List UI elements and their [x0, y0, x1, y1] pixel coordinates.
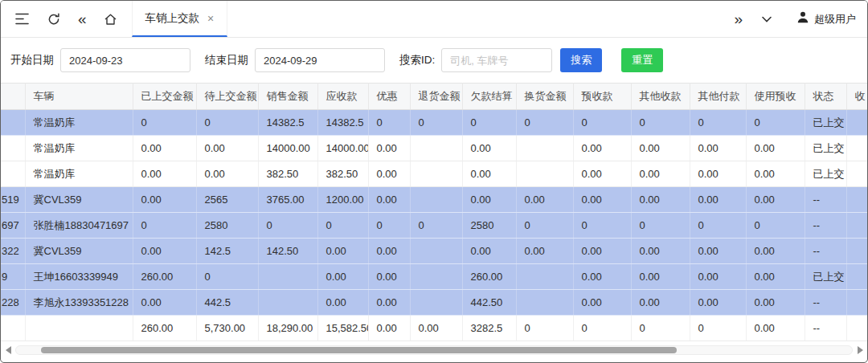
- cell: 0.00: [368, 161, 410, 187]
- table-row[interactable]: 228李旭永133933512280.00442.50.000.00442.50…: [1, 290, 867, 316]
- table-row[interactable]: 常温奶库0.000.0014000.0014000.000.000.000.00…: [1, 136, 867, 161]
- table-row[interactable]: 常温奶库0014382.514382.500000000已上交: [1, 110, 867, 136]
- cell: 0.00: [746, 290, 805, 316]
- cell: 0.00: [690, 239, 746, 264]
- cell: [516, 264, 573, 290]
- search-input[interactable]: [441, 48, 552, 72]
- cell: 0: [631, 213, 690, 239]
- cell: 0.00: [516, 239, 573, 264]
- cell: 0: [746, 110, 805, 136]
- reset-button[interactable]: 重置: [621, 48, 663, 72]
- menu-fold-icon[interactable]: [12, 10, 31, 29]
- cell: [410, 136, 462, 161]
- cell: 0: [516, 316, 573, 341]
- column-header: 退货金额: [410, 84, 462, 110]
- cell: 0.00: [133, 161, 196, 187]
- refresh-icon[interactable]: [44, 10, 63, 29]
- cell: 260.00: [462, 264, 516, 290]
- table-header-row: 车辆已上交金额待上交金额销售金额应收款优惠退货金额欠款结算换货金额预收款其他收款…: [1, 84, 867, 110]
- app-window: « 车销上交款 × » 超级用户 开始日期 结束日期 搜索ID: 搜索 重置: [0, 0, 868, 363]
- tab-close-icon[interactable]: ×: [207, 12, 214, 25]
- cell: 0.00: [462, 161, 516, 187]
- cell: 0: [573, 213, 631, 239]
- cell: [516, 136, 573, 161]
- cell: [410, 290, 462, 316]
- table-row[interactable]: 697张胜楠18830471697025800000258000000--: [1, 213, 867, 239]
- cell: 0: [690, 316, 746, 341]
- scroll-left-arrow-icon[interactable]: [3, 345, 13, 355]
- cell: 0.00: [573, 239, 631, 264]
- cell: 0.00: [368, 187, 410, 213]
- cell: 张胜楠18830471697: [25, 213, 133, 239]
- column-header: [1, 84, 25, 110]
- cell: 0: [690, 213, 746, 239]
- filter-bar: 开始日期 结束日期 搜索ID: 搜索 重置: [1, 38, 867, 83]
- cell: [516, 290, 573, 316]
- cell: [410, 239, 462, 264]
- table-row[interactable]: 常温奶库0.000.00382.50382.500.000.000.000.00…: [1, 161, 867, 187]
- table-row[interactable]: 322冀CVL3590.00142.5142.500.000.000.000.0…: [1, 239, 867, 264]
- cell: 0: [410, 110, 462, 136]
- cell: 0.00: [746, 264, 805, 290]
- cell: 0.00: [631, 187, 690, 213]
- column-header: 车辆: [25, 84, 133, 110]
- user-menu[interactable]: 超级用户: [797, 11, 856, 27]
- cell: [846, 239, 867, 264]
- cell: 已上交: [805, 161, 846, 187]
- chevron-down-icon[interactable]: [757, 10, 776, 29]
- cell: [846, 316, 867, 341]
- cell: 0.00: [133, 136, 196, 161]
- column-header: 其他收款: [631, 84, 690, 110]
- cell: 3282.5: [462, 316, 516, 341]
- start-date-label: 开始日期: [10, 53, 54, 67]
- cell: 0.00: [516, 187, 573, 213]
- double-left-chevron-icon[interactable]: «: [76, 11, 88, 27]
- user-label: 超级用户: [814, 12, 856, 27]
- home-icon[interactable]: [101, 10, 121, 29]
- start-date-input[interactable]: [60, 48, 190, 72]
- cell: 382.50: [258, 161, 317, 187]
- cell: 0.00: [746, 316, 805, 341]
- cell: 697: [1, 213, 25, 239]
- cell: 已上交: [805, 136, 846, 161]
- cell: 0.00: [690, 161, 746, 187]
- cell: 0: [631, 110, 690, 136]
- column-header: 销售金额: [258, 84, 317, 110]
- search-button[interactable]: 搜索: [560, 48, 602, 72]
- cell: 0.00: [573, 136, 631, 161]
- hscroll-thumb[interactable]: [41, 347, 676, 353]
- cell: 0.00: [573, 290, 631, 316]
- table-row[interactable]: 260.005,730.0018,290.0015,582.500.000.00…: [1, 316, 867, 341]
- cell: 0: [573, 110, 631, 136]
- cell: 0.00: [368, 316, 410, 341]
- tab-vehicle-payment[interactable]: 车销上交款 ×: [132, 1, 228, 37]
- table-row[interactable]: 9王坤16603339949260.0000.000.00260.000.000…: [1, 264, 867, 290]
- cell: 2580: [196, 213, 258, 239]
- cell: --: [805, 316, 846, 341]
- cell: 1200.00: [317, 187, 368, 213]
- cell: 0.00: [317, 264, 368, 290]
- cell: 0.00: [196, 161, 258, 187]
- end-date-input[interactable]: [255, 48, 385, 72]
- cell: 9: [1, 264, 25, 290]
- cell: 14000.00: [317, 136, 368, 161]
- scroll-right-arrow-icon[interactable]: [855, 345, 865, 355]
- cell: 0: [133, 213, 196, 239]
- cell: [516, 161, 573, 187]
- hscroll-track[interactable]: [15, 345, 853, 355]
- cell: [25, 316, 133, 341]
- search-id-label: 搜索ID:: [399, 53, 435, 67]
- cell: 228: [1, 290, 25, 316]
- cell: 519: [1, 187, 25, 213]
- table-viewport: 车辆已上交金额待上交金额销售金额应收款优惠退货金额欠款结算换货金额预收款其他收款…: [1, 83, 867, 341]
- cell: 常温奶库: [25, 161, 133, 187]
- cell: --: [805, 239, 846, 264]
- cell: 0: [258, 213, 317, 239]
- double-right-chevron-icon[interactable]: »: [732, 11, 744, 27]
- table-row[interactable]: 519冀CVL3590.0025653765.001200.000.000.00…: [1, 187, 867, 213]
- cell: [1, 161, 25, 187]
- cell: 冀CVL359: [25, 187, 133, 213]
- cell: [410, 187, 462, 213]
- cell: 0.00: [573, 187, 631, 213]
- cell: 0.00: [690, 136, 746, 161]
